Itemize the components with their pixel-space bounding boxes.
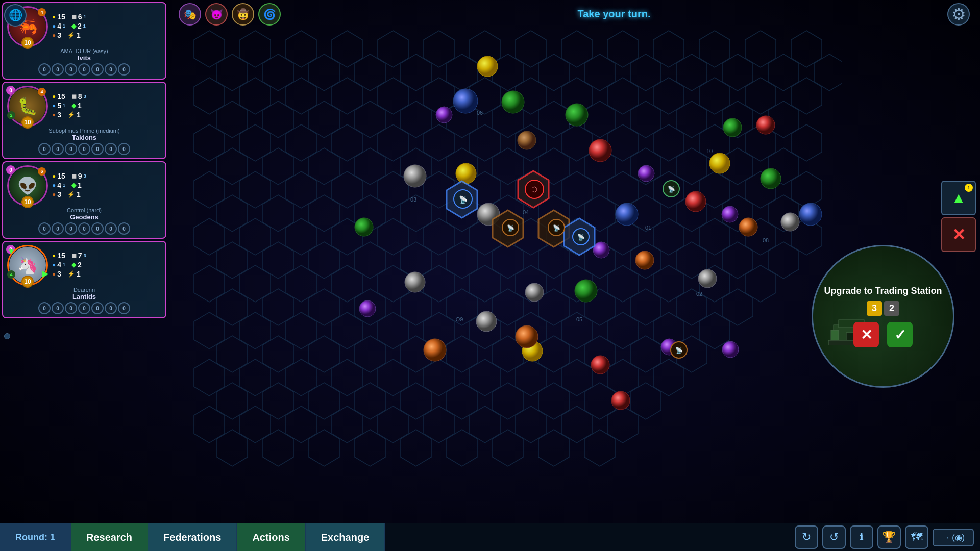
top-avatar-p4[interactable]: 🌀 (258, 3, 281, 26)
action-move-button[interactable]: ▲ 1 (941, 181, 976, 215)
svg-text:⬡: ⬡ (531, 185, 537, 193)
top-avatar-p3[interactable]: 🤠 (232, 3, 254, 26)
top-avatar-p2[interactable]: 😈 (205, 3, 228, 26)
p1-vp-row: 0 0 0 0 0 0 0 (7, 63, 161, 76)
svg-point-270 (739, 218, 757, 236)
p4-difficulty: Dearenn (7, 287, 161, 293)
upgrade-cost-yellow: 3 (867, 301, 882, 316)
p4-stats: ● 15 ◼ 73 ● 41 ◆ 2 (52, 252, 161, 279)
p2-vp-row: 0 0 0 0 0 0 0 (7, 143, 161, 155)
player-card-p4: 0 🦄 10 ▼ ▶ 4 ● 15 ◼ 73 (2, 241, 166, 318)
svg-point-252 (436, 107, 452, 123)
svg-point-268 (424, 339, 446, 361)
svg-text:Q9: Q9 (456, 316, 463, 322)
svg-point-239 (566, 104, 588, 126)
p1-level: 10 (21, 37, 34, 49)
p4-coins: ● 15 (52, 252, 65, 260)
p4-ore: ◼ 73 (71, 252, 86, 260)
upgrade-confirm-button[interactable]: ✓ (887, 322, 913, 347)
p1-credits: ◆ 21 (71, 22, 86, 30)
svg-text:02: 02 (696, 291, 702, 297)
player-card-p1: 2 🦐 10 4 ● 15 ◼ 61 (2, 2, 166, 80)
p2-difficulty: Suboptimus Prime (medium) (7, 128, 161, 134)
trophy-button[interactable]: 🏆 (877, 525, 901, 549)
p4-credits: ◆ 2 (71, 261, 82, 269)
exchange-label: Exchange (321, 532, 369, 543)
svg-text:📡: 📡 (507, 224, 514, 232)
svg-text:📡: 📡 (459, 195, 468, 204)
food-icon-p1: ● (52, 32, 56, 39)
svg-text:📡: 📡 (675, 346, 683, 354)
svg-point-256 (722, 206, 738, 222)
svg-point-262 (405, 272, 425, 292)
credit-icon-p1: ◆ (71, 22, 76, 30)
p2-name: Taklons (7, 134, 161, 141)
p3-power: ⚡ 1 (67, 190, 81, 198)
turn-message: Take your turn. (578, 8, 651, 20)
info-button[interactable]: ℹ (850, 525, 873, 549)
p3-difficulty: Control (hard) (7, 207, 161, 213)
globe-button[interactable]: 🌐 (4, 4, 27, 27)
player-card-p3: 0 👽 10 6 ● 15 ◼ 93 (2, 161, 166, 239)
tab-federations[interactable]: Federations (148, 523, 237, 551)
upgrade-cost-white: 2 (884, 301, 899, 316)
tab-actions[interactable]: Actions (237, 523, 305, 551)
svg-point-249 (756, 116, 775, 134)
map-button[interactable]: 🗺 (905, 525, 928, 549)
svg-text:04: 04 (523, 209, 529, 215)
action-cost-badge: 1 (965, 184, 973, 192)
action-cancel-button[interactable]: ✕ (941, 217, 976, 252)
p1-knowledge: ● 41 (52, 22, 65, 30)
top-bar: 🎭 😈 🤠 🌀 Take your turn. ⚙ (168, 0, 980, 28)
p1-coins: ● 15 (52, 13, 65, 21)
player-card-p2: 0 🐛 10 4 2 ● 15 ◼ 83 (2, 82, 166, 159)
p2-level: 10 (21, 116, 34, 129)
p3-top-badge: 6 (38, 167, 46, 176)
round-label: Round: 1 (15, 532, 55, 543)
p1-power: ⚡ 1 (67, 31, 81, 39)
p4-active-arrow-right: ▶ (42, 269, 48, 279)
refresh-button[interactable]: ↻ (795, 525, 818, 549)
p2-stats: ● 15 ◼ 83 ● 51 ◆ 1 (52, 92, 161, 120)
svg-point-247 (589, 139, 611, 162)
top-avatar-p1[interactable]: 🎭 (179, 3, 201, 26)
svg-point-253 (359, 300, 376, 317)
ore-icon-p1: ◼ (71, 13, 77, 20)
end-turn-button[interactable]: → (◉) (933, 529, 974, 546)
p1-food: ● 3 (52, 31, 61, 39)
p3-vp-row: 0 0 0 0 0 0 0 (7, 222, 161, 235)
move-triangle-icon: ▲ (951, 190, 966, 206)
left-panel: 2 🦐 10 4 ● 15 ◼ 61 (0, 0, 168, 398)
upgrade-cancel-button[interactable]: ✕ (853, 322, 879, 347)
hex-map[interactable]: 06 07 10 03 04 01 08 Q9 05 02 (179, 26, 842, 505)
bottom-right-buttons: ↻ ↺ ℹ 🏆 🗺 → (◉) (795, 525, 980, 549)
p1-vp-0: 0 (38, 63, 51, 76)
p2-bottom-badge: 2 (7, 111, 15, 119)
svg-point-267 (516, 325, 538, 348)
p2-coins: ● 15 (52, 92, 65, 101)
undo-button[interactable]: ↺ (822, 525, 846, 549)
p4-power: ⚡ 1 (67, 270, 81, 278)
p1-vp-1: 0 (52, 63, 64, 76)
p2-food: ● 3 (52, 111, 61, 119)
settings-button[interactable]: ⚙ (947, 3, 970, 26)
right-action-panel: ▲ 1 ✕ (939, 179, 980, 254)
p1-vp-6: 0 (118, 63, 130, 76)
p4-knowledge: ● 41 (52, 261, 65, 269)
tab-round: Round: 1 (0, 523, 71, 551)
tab-research[interactable]: Research (71, 523, 148, 551)
svg-text:08: 08 (763, 237, 769, 243)
svg-point-251 (611, 391, 630, 410)
upgrade-buttons: ✕ ✓ (853, 322, 913, 347)
svg-text:01: 01 (645, 224, 651, 231)
p4-bottom-badge: 4 (7, 270, 15, 279)
svg-point-257 (593, 242, 609, 258)
p3-credits: ◆ 1 (71, 181, 82, 189)
p3-food: ● 3 (52, 190, 61, 198)
research-label: Research (86, 532, 132, 543)
svg-point-240 (723, 118, 742, 137)
tab-exchange[interactable]: Exchange (306, 523, 385, 551)
know-icon-p1: ● (52, 22, 56, 30)
p3-avatar-container: 👽 10 6 (7, 165, 48, 206)
p1-ore: ◼ 61 (71, 13, 86, 21)
